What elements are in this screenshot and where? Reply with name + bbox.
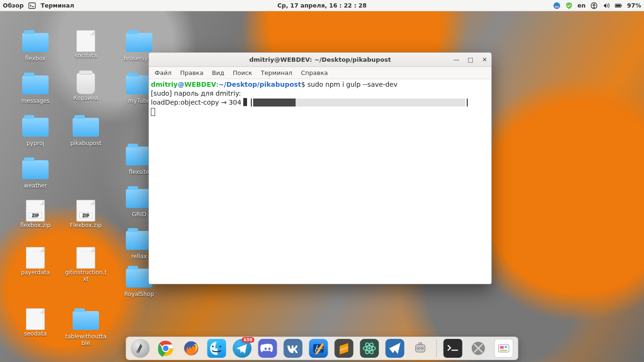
desktop-icon-weather[interactable]: weather — [13, 157, 58, 189]
svg-text:650: 650 — [555, 6, 559, 8]
desktop-icon-payerdata[interactable]: payerdata — [13, 247, 58, 276]
desktop-icon-socdata[interactable]: socdata — [63, 30, 108, 59]
terminal-menu-1[interactable]: Правка — [180, 69, 203, 76]
cursor-icon — [243, 98, 247, 106]
desktop-icon-messages[interactable]: messages — [13, 73, 58, 105]
progress-fill — [253, 99, 296, 107]
svg-point-16 — [220, 346, 222, 347]
dock-chrome[interactable] — [157, 339, 175, 358]
desktop-icon-label: socdata — [63, 53, 108, 59]
prompt-user: dmitriy — [151, 81, 178, 88]
prompt-path: ~/Desktop/pikabupost — [218, 81, 301, 88]
desktop-icon-tablewithout[interactable]: tablewithouttable — [63, 308, 108, 347]
dock-separator — [437, 339, 437, 357]
active-app-name[interactable]: Терминал — [41, 2, 74, 9]
desktop-icon-flexbox[interactable]: flexbox — [13, 30, 58, 62]
accessibility-icon[interactable] — [590, 2, 598, 9]
terminal-body[interactable]: dmitriy@WEBDEV:~/Desktop/pikabupost$ sud… — [149, 79, 491, 284]
dock-paperplane[interactable] — [386, 339, 405, 358]
svg-point-15 — [212, 346, 214, 347]
svg-rect-7 — [616, 4, 620, 6]
dock-telegram[interactable]: 650 — [233, 339, 252, 358]
desktop-icon-label: Flexbox.zip — [63, 222, 108, 229]
dock-xcode[interactable] — [309, 339, 328, 358]
prompt-host: WEBDEV — [184, 81, 216, 88]
svg-rect-33 — [505, 346, 507, 348]
dock-robot[interactable] — [411, 339, 430, 358]
close-button[interactable]: ✕ — [481, 56, 488, 64]
terminal-menu-5[interactable]: Справка — [301, 69, 328, 76]
svg-rect-8 — [621, 5, 621, 6]
dock-discord[interactable] — [258, 339, 277, 358]
battery-percent: 97% — [627, 2, 641, 9]
terminal-menu-4[interactable]: Терминал — [261, 69, 292, 76]
desktop-icon-label: flexbox.zip — [13, 222, 58, 229]
dock-atom[interactable] — [360, 339, 379, 358]
dock-screenshot[interactable] — [495, 339, 513, 358]
dock-terminal[interactable] — [444, 339, 462, 358]
desktop-icon-flexboxzip2[interactable]: ZIPFlexbox.zip — [63, 200, 108, 229]
dock-sublime[interactable] — [335, 339, 354, 358]
desktop-icon-label: payerdata — [13, 270, 58, 276]
desktop-icon-label: flexbox — [13, 56, 58, 62]
svg-point-5 — [594, 3, 595, 5]
terminal-menubar: ФайлПравкаВидПоискТерминалСправка — [149, 67, 491, 79]
volume-icon[interactable] — [603, 2, 610, 9]
dock-vk[interactable] — [284, 339, 303, 358]
sudo-prompt: [sudo] пароль для dmitriy: — [151, 89, 489, 98]
desktop-icon-label: pyproj — [13, 140, 58, 147]
desktop-icon-label: tablewithouttable — [63, 334, 108, 347]
desktop-icon-label: messages — [13, 98, 58, 105]
progress-line: loadDep:object-copy → 304 — [151, 98, 489, 107]
progress-label: loadDep:object-copy → 304 — [151, 99, 241, 106]
dock-blocked[interactable] — [469, 339, 488, 358]
battery-icon[interactable] — [615, 2, 622, 9]
terminal-menu-3[interactable]: Поиск — [233, 69, 252, 76]
terminal-titlebar[interactable]: dmitriy@WEBDEV: ~/Desktop/pikabupost — □… — [149, 53, 491, 67]
svg-rect-29 — [419, 343, 422, 345]
text-cursor-icon — [151, 108, 155, 116]
progress-edge-right — [467, 99, 468, 107]
desktop-icon-flexboxzip[interactable]: ZIPflexbox.zip — [13, 200, 58, 229]
shield-icon[interactable] — [565, 2, 573, 9]
desktop-icon-seodata[interactable]: seodata — [13, 308, 58, 337]
desktop-icon-label: gitinstruction.txt — [63, 270, 108, 283]
minimize-button[interactable]: — — [453, 56, 460, 64]
cursor-line — [151, 107, 489, 116]
desktop-icon-label: seodata — [13, 331, 58, 337]
svg-rect-34 — [500, 350, 507, 351]
terminal-menu-0[interactable]: Файл — [155, 69, 172, 76]
telegram-badge: 650 — [242, 337, 255, 343]
desktop-icon-label: Корзина — [63, 95, 108, 102]
maximize-button[interactable]: □ — [467, 56, 474, 64]
input-language[interactable]: en — [578, 2, 586, 9]
activities-button[interactable]: Обзор — [3, 2, 24, 9]
terminal-title: dmitriy@WEBDEV: ~/Desktop/pikabupost — [249, 56, 391, 63]
dock-launcher[interactable] — [131, 339, 150, 358]
progress-edge-left — [251, 99, 252, 107]
clock[interactable]: Ср, 17 апреля, 16 : 22 : 28 — [277, 2, 366, 9]
desktop-icon-pikabupost[interactable]: pikabupost — [63, 115, 108, 147]
svg-rect-0 — [29, 3, 35, 8]
desktop-icon-pyproj[interactable]: pyproj — [13, 115, 58, 147]
desktop-icon-trash[interactable]: Корзина — [63, 73, 108, 102]
terminal-menu-2[interactable]: Вид — [212, 69, 224, 76]
svg-point-27 — [418, 348, 419, 349]
progress-bar — [253, 99, 465, 107]
update-indicator-icon[interactable]: 650 — [553, 2, 561, 9]
svg-point-9 — [137, 350, 140, 353]
desktop-icon-gitinstr[interactable]: gitinstruction.txt — [63, 247, 108, 283]
dock: 650 — [126, 337, 519, 360]
prompt-at: @ — [178, 81, 184, 88]
dock-firefox[interactable] — [182, 339, 201, 358]
terminal-app-icon — [28, 2, 36, 9]
desktop-icon-label: pikabupost — [63, 140, 108, 147]
desktop-icon-label: RoyalShop — [116, 291, 162, 298]
terminal-command: sudo npm i gulp --save-dev — [307, 81, 397, 88]
prompt-line: dmitriy@WEBDEV:~/Desktop/pikabupost$ sud… — [151, 80, 489, 89]
svg-point-17 — [264, 348, 267, 350]
dock-finder[interactable] — [207, 339, 226, 358]
prompt-sigil: $ — [301, 81, 305, 88]
svg-point-28 — [421, 348, 422, 349]
svg-point-23 — [368, 347, 371, 350]
